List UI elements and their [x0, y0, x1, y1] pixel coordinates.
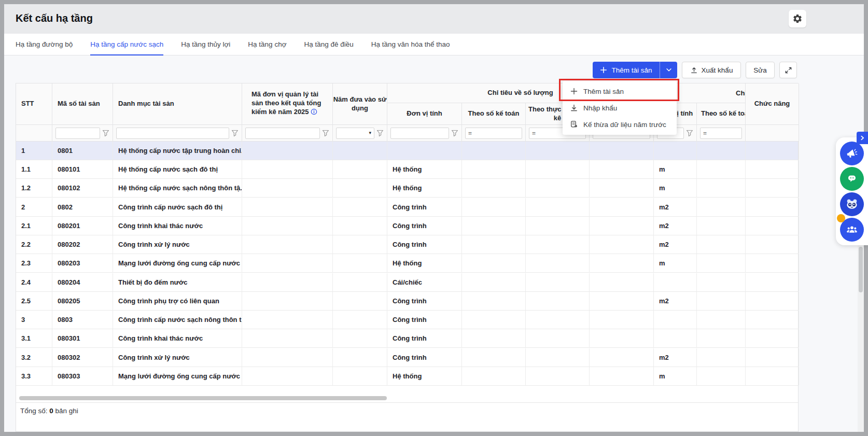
cell-unit2: m2: [654, 217, 697, 235]
filter-input-unit[interactable]: [390, 128, 449, 139]
table-row[interactable]: 2.2 080202 Công trình xử lý nước Công tr…: [16, 235, 798, 254]
table-row[interactable]: 1.2 080102 Hệ thống cấp nước sạch nông t…: [16, 179, 798, 198]
menu-item-add-asset[interactable]: Thêm tài sản: [563, 83, 677, 100]
table-row[interactable]: 2.3 080203 Mạng lưới đường ống cung cấp …: [16, 254, 798, 273]
horizontal-scrollbar[interactable]: [19, 396, 387, 400]
add-asset-button[interactable]: Thêm tài sản: [593, 62, 660, 78]
filter-funnel-icon[interactable]: [231, 130, 239, 137]
cell: [333, 142, 387, 160]
menu-item-inherit-data[interactable]: Kế thừa dữ liệu năm trước: [563, 116, 677, 133]
tab-ha-tang-duong-bo[interactable]: Hạ tầng đường bộ: [16, 34, 73, 55]
expand-button[interactable]: [779, 62, 797, 78]
tab-ha-tang-de-dieu[interactable]: Hạ tầng đê điều: [304, 34, 354, 55]
cell: [242, 311, 333, 329]
table-row[interactable]: 2.5 080205 Công trình phụ trợ có liên qu…: [16, 292, 798, 311]
filter-input-by-book2[interactable]: =: [700, 128, 742, 139]
app-screen: Kết cấu hạ tầng Hạ tầng đường bộ Hạ tầng…: [0, 0, 868, 436]
cell: [746, 235, 799, 254]
table-row[interactable]: 3 0803 Công trình cấp nước sạch nông thô…: [16, 311, 798, 329]
cell-unit2: [654, 311, 697, 329]
cell-code: 080301: [52, 329, 113, 347]
cell: [590, 292, 654, 310]
export-button[interactable]: Xuất khẩu: [682, 62, 741, 78]
column-header-by-book[interactable]: Theo số kế toán: [462, 103, 526, 125]
table-row[interactable]: 1.1 080101 Hệ thống cấp nước sạch đô thị…: [16, 160, 798, 179]
filter-funnel-icon[interactable]: [102, 130, 109, 137]
chat-button[interactable]: [840, 167, 864, 191]
cell: [333, 367, 387, 385]
cell: [462, 367, 526, 385]
tab-ha-tang-van-hoa-the-thao[interactable]: Hạ tầng văn hóa thể thao: [371, 34, 450, 55]
column-header-stt[interactable]: STT: [16, 83, 52, 125]
column-header-code[interactable]: Mã số tài sản: [52, 83, 113, 125]
add-asset-dropdown-button[interactable]: [660, 62, 677, 78]
filter-input-code[interactable]: [55, 128, 100, 139]
filter-funnel-icon[interactable]: [376, 130, 384, 137]
cell-unit: Công trình: [387, 198, 462, 216]
cell: [242, 329, 333, 347]
filter-input-mgmt[interactable]: [245, 128, 320, 139]
cell-name: Công trình phụ trợ có liên quan: [113, 292, 242, 310]
cell-unit2: m: [654, 160, 697, 178]
column-header-mgmt-unit[interactable]: Mã đơn vị quản lý tài sản theo kết quả t…: [242, 83, 333, 125]
cell: [333, 329, 387, 347]
column-header-func[interactable]: Chức năng: [746, 83, 799, 125]
column-header-year[interactable]: Năm đưa vào sử dụng: [333, 83, 387, 125]
caret-down-icon: ▾: [369, 131, 371, 135]
table-row[interactable]: 2 0802 Công trình cấp nước sạch đô thị C…: [16, 198, 798, 217]
table-row[interactable]: 3.1 080301 Công trình khai thác nước Côn…: [16, 329, 798, 348]
cell: [462, 198, 526, 216]
cell: [590, 198, 654, 216]
cell-unit: Hệ thống: [387, 254, 462, 272]
edit-button[interactable]: Sửa: [746, 62, 775, 78]
table-row[interactable]: 1 0801 Hệ thống cấp nước tập trung hoàn …: [16, 142, 798, 160]
table-row[interactable]: 3.2 080302 Công trình xử lý nước Công tr…: [16, 348, 798, 367]
announcements-button[interactable]: [840, 142, 864, 165]
cell: [462, 142, 526, 160]
table-row[interactable]: 3.3 080303 Mạng lưới đường ống cung cấp …: [16, 367, 798, 386]
cell-unit: Công trình: [387, 217, 462, 235]
tab-ha-tang-cap-nuoc-sach[interactable]: Hạ tầng cấp nước sạch: [90, 34, 163, 55]
filter-input-by-book[interactable]: =: [465, 128, 522, 139]
cell: [462, 348, 526, 367]
filter-select-year[interactable]: ▾: [336, 128, 374, 139]
cell-name: Hệ thống cấp nước sạch đô thị: [113, 160, 242, 178]
cell-name: Công trình cấp nước sạch nông thôn t...: [113, 311, 242, 329]
cell: [590, 254, 654, 272]
table-row[interactable]: 2.1 080201 Công trình khai thác nước Côn…: [16, 217, 798, 235]
cell: [462, 160, 526, 178]
collapse-panel-button[interactable]: [857, 132, 868, 144]
cell: [462, 235, 526, 254]
info-icon[interactable]: [311, 108, 317, 118]
filter-funnel-icon[interactable]: [451, 130, 458, 137]
settings-button[interactable]: [789, 10, 806, 27]
column-header-unit[interactable]: Đơn vị tính: [387, 103, 462, 125]
cell-unit2: m2: [654, 348, 697, 367]
cell: [590, 348, 654, 367]
cell: [697, 142, 746, 160]
cell-unit: [387, 142, 462, 160]
filter-funnel-icon[interactable]: [322, 130, 329, 137]
filter-input-name[interactable]: [116, 128, 229, 139]
tab-ha-tang-thuy-loi[interactable]: Hạ tầng thủy lợi: [181, 34, 230, 55]
cell: [746, 311, 799, 329]
users-group-icon: [845, 223, 859, 236]
tab-ha-tang-cho[interactable]: Hạ tầng chợ: [248, 34, 286, 55]
chatbot-button[interactable]: [840, 192, 864, 216]
download-icon: [570, 104, 578, 112]
cell-code: 080101: [52, 160, 113, 178]
cell: [242, 292, 333, 310]
menu-item-import[interactable]: Nhập khẩu: [563, 100, 677, 116]
table-row[interactable]: 2.4 080204 Thiết bị đo đếm nước Cái/chiế…: [16, 273, 798, 292]
vertical-scrollbar[interactable]: [859, 247, 863, 292]
cell-code: 0803: [52, 311, 113, 329]
cell: [697, 160, 746, 178]
cell-unit2: m: [654, 179, 697, 197]
cell-code: 0801: [52, 142, 113, 160]
filter-funnel-icon[interactable]: [686, 130, 693, 137]
gear-icon: [792, 13, 803, 24]
cell-name: Công trình xử lý nước: [113, 235, 242, 254]
column-header-by-book2[interactable]: Theo số kế toán: [697, 103, 746, 125]
column-header-name[interactable]: Danh mục tài sản: [113, 83, 242, 125]
filter-cell-by-book2: =: [697, 125, 746, 142]
